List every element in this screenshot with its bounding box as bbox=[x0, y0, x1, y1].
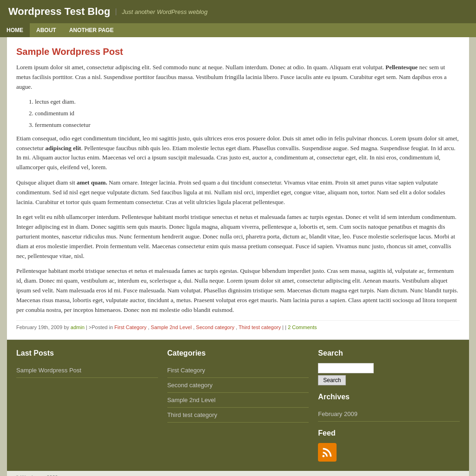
post-date: February 19th, 2009 bbox=[16, 324, 62, 330]
list-item: First Category bbox=[167, 363, 309, 378]
post-paragraph-3: Quisque aliquet diam sit amet quam. Nam … bbox=[16, 178, 460, 207]
post-paragraph-1: Lorem ipsum dolor sit amet, consectetur … bbox=[16, 63, 460, 92]
last-post-link-1[interactable]: Sample Wordpress Post bbox=[16, 367, 81, 374]
list-item: lectus eget diam. bbox=[35, 97, 460, 107]
post-category-link-1[interactable]: First Category bbox=[114, 324, 146, 330]
nav-item-about[interactable]: ABOUT bbox=[30, 23, 63, 37]
site-footer: Last Posts Sample Wordpress Post Categor… bbox=[7, 340, 469, 471]
nav-item-another-page[interactable]: ANOTHER PAGE bbox=[63, 23, 120, 37]
post-category-link-2[interactable]: Sample 2nd Level bbox=[151, 324, 192, 330]
category-link-2[interactable]: Second category bbox=[167, 382, 213, 389]
footer-last-posts: Last Posts Sample Wordpress Post bbox=[16, 349, 158, 462]
post-list: lectus eget diam. condimentum id ferment… bbox=[35, 97, 460, 130]
post-paragraph-4: In eget velit eu nibh ullamcorper interd… bbox=[16, 212, 460, 261]
archives-list: February 2009 bbox=[318, 407, 460, 422]
category-link-3[interactable]: Sample 2nd Level bbox=[167, 397, 216, 403]
page-wrapper: Sample Wordpress Post Lorem ipsum dolor … bbox=[7, 37, 469, 476]
search-input[interactable] bbox=[318, 363, 374, 373]
post-title: Sample Wordpress Post bbox=[16, 46, 460, 57]
archive-link-1[interactable]: February 2009 bbox=[318, 410, 357, 417]
search-heading: Search bbox=[318, 349, 460, 357]
post-paragraph-5: Pellentesque habitant morbi tristique se… bbox=[16, 266, 460, 315]
feed-icon[interactable] bbox=[318, 443, 337, 462]
post-meta: February 19th, 2009 by admin | >Posted i… bbox=[16, 320, 460, 330]
list-item: Sample Wordpress Post bbox=[16, 363, 158, 378]
post-body: Lorem ipsum dolor sit amet, consectetur … bbox=[16, 63, 460, 315]
site-tagline: Just another WordPress weblog bbox=[116, 8, 207, 15]
site-header: Wordpress Test Blog Just another WordPre… bbox=[0, 0, 476, 23]
list-item: condimentum id bbox=[35, 109, 460, 119]
list-item: Sample 2nd Level bbox=[167, 393, 309, 408]
footer-categories: Categories First Category Second categor… bbox=[167, 349, 309, 462]
post-category-link-4[interactable]: Third test category bbox=[238, 324, 281, 330]
category-link-4[interactable]: Third test category bbox=[167, 411, 218, 418]
feed-heading: Feed bbox=[318, 429, 460, 437]
post-author-link[interactable]: admin bbox=[71, 324, 85, 330]
nav-item-home[interactable]: HOME bbox=[0, 23, 30, 37]
categories-list: First Category Second category Sample 2n… bbox=[167, 363, 309, 423]
rss-icon bbox=[321, 446, 334, 459]
nav-link-about[interactable]: ABOUT bbox=[30, 23, 63, 37]
main-content: Sample Wordpress Post Lorem ipsum dolor … bbox=[7, 37, 469, 339]
footer-right: Search Search Archives February 2009 Fee… bbox=[318, 349, 460, 462]
search-button[interactable]: Search bbox=[318, 375, 346, 385]
list-item: fermentum consectetur bbox=[35, 120, 460, 130]
list-item: Second category bbox=[167, 378, 309, 393]
last-posts-list: Sample Wordpress Post bbox=[16, 363, 158, 378]
archives-heading: Archives bbox=[318, 393, 460, 401]
content-area: Sample Wordpress Post Lorem ipsum dolor … bbox=[7, 37, 469, 339]
post-comments-link[interactable]: 2 Comments bbox=[288, 324, 317, 330]
nav-link-home[interactable]: HOME bbox=[0, 23, 30, 37]
site-title: Wordpress Test Blog bbox=[8, 6, 110, 18]
nav-link-another-page[interactable]: ANOTHER PAGE bbox=[63, 23, 120, 37]
nav-list: HOME ABOUT ANOTHER PAGE bbox=[0, 23, 476, 37]
last-posts-heading: Last Posts bbox=[16, 349, 158, 357]
categories-heading: Categories bbox=[167, 349, 309, 357]
list-item: Third test category bbox=[167, 408, 309, 423]
svg-point-0 bbox=[323, 455, 325, 457]
main-nav: HOME ABOUT ANOTHER PAGE bbox=[0, 23, 476, 37]
search-box: Search bbox=[318, 363, 460, 385]
copyright: © Wordpress 2009 bbox=[7, 471, 469, 476]
list-item: February 2009 bbox=[318, 407, 460, 422]
category-link-1[interactable]: First Category bbox=[167, 367, 205, 374]
post-paragraph-2: Etiam consequat, odio eget condimentum t… bbox=[16, 134, 460, 172]
post-category-link-3[interactable]: Second category bbox=[196, 324, 235, 330]
